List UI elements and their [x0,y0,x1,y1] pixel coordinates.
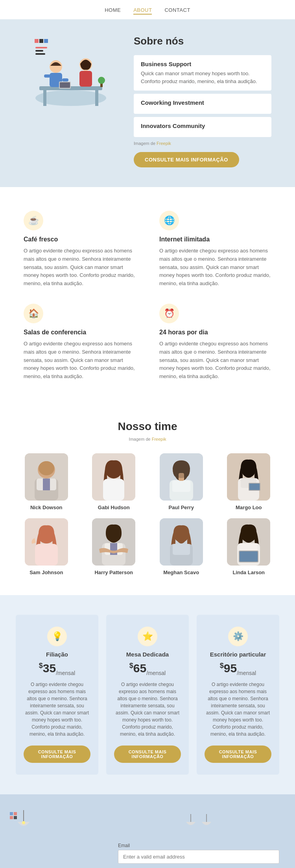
feature-desc-2: O artigo evidente chegou expresso aos ho… [24,340,136,381]
email-input[interactable] [118,850,279,864]
feature-icon-2: 🏠 [24,304,43,323]
nav-home[interactable]: HOME [105,7,121,15]
svg-rect-29 [106,479,122,489]
pricing-price-0: $35/mensal [39,662,75,676]
team-name-4: Sam Johnson [30,569,63,575]
team-member-1: Gabi Hudson [83,453,145,510]
svg-rect-3 [95,90,98,106]
team-credit: Imagem de Freepik [16,437,279,441]
svg-rect-64 [10,816,13,819]
svg-rect-2 [43,90,46,106]
pricing-button-2[interactable]: CONSULTE MAIS INFORMAÇÃO [205,746,271,763]
hero-credit: Imagem de Freepik [134,141,271,146]
svg-rect-25 [43,479,50,490]
pricing-section: 💡 Filiação $35/mensal O artigo evidente … [0,595,295,794]
team-section: Nosso time Imagem de Freepik Nick Dowson [0,401,295,595]
svg-rect-7 [62,78,68,82]
contact-section: Email First Name Last Name Message FAZER… [0,794,295,868]
pricing-name-2: Escritório particular [210,651,266,658]
pricing-desc-1: O artigo evidente chegou expresso aos ho… [114,681,181,738]
team-name-7: Linda Larson [232,569,265,575]
avatar-7 [227,518,270,566]
features-section: ☕ Café fresco O artigo evidente chegou e… [0,187,295,401]
hero-title: Sobre nós [134,35,271,47]
team-name-6: Meghan Scavo [163,569,199,575]
svg-rect-16 [35,53,45,55]
hero-cta-button[interactable]: CONSULTE MAIS INFORMAÇÃO [134,152,239,167]
svg-point-13 [98,77,105,84]
team-member-6: Meghan Scavo [151,518,212,575]
team-name-5: Harry Patterson [94,569,133,575]
pricing-card-2: ⚙️ Escritório particular $95/mensal O ar… [197,615,279,775]
nav-contact[interactable]: CONTACT [164,7,190,15]
freepik-link-team[interactable]: Freepik [152,437,166,441]
team-name-3: Margo Loo [236,504,262,510]
pricing-card-0: 💡 Filiação $35/mensal O artigo evidente … [16,615,98,775]
hero-section: Sobre nós Business Support Quick can man… [0,19,295,187]
avatar-1 [92,453,135,501]
avatar-3 [227,453,270,501]
pricing-price-1: $65/mensal [129,662,166,676]
feature-icon-3: ⏰ [159,304,179,323]
service-card-1[interactable]: Coworking Investment [134,94,271,114]
svg-rect-9 [60,82,70,88]
svg-rect-65 [14,816,17,819]
service-name-0: Business Support [141,61,264,67]
pricing-price-2: $95/mensal [220,662,256,676]
team-title: Nosso time [16,420,279,433]
feature-title-0: Café fresco [24,236,136,243]
feature-icon-0: ☕ [24,211,43,230]
svg-rect-44 [35,544,58,566]
svg-point-35 [177,472,186,478]
team-member-0: Nick Dowson [16,453,77,510]
pricing-card-1: ⭐ Mesa Dedicada $65/mensal O artigo evid… [106,615,189,775]
pricing-icon-2: ⚙️ [228,627,248,646]
features-grid: ☕ Café fresco O artigo evidente chegou e… [24,211,271,381]
avatar-6 [160,518,203,566]
feature-title-1: Internet ilimitada [159,236,271,243]
svg-point-61 [22,821,25,824]
feature-title-3: 24 horas por dia [159,329,271,336]
pricing-desc-0: O artigo evidente chegou expresso aos ho… [24,681,90,738]
svg-rect-59 [240,551,258,562]
feature-title-2: Salas de conferencia [24,329,136,336]
service-card-0[interactable]: Business Support Quick can manor smart m… [134,55,271,91]
pricing-button-1[interactable]: CONSULTE MAIS INFORMAÇÃO [114,746,181,763]
svg-rect-11 [79,71,92,87]
team-member-2: Paul Perry [151,453,212,510]
feature-item-2: 🏠 Salas de conferencia O artigo evidente… [24,304,136,381]
hero-illustration [24,35,118,114]
team-member-5: Harry Patterson [83,518,145,575]
service-name-2: Innovators Community [141,122,264,129]
service-card-2[interactable]: Innovators Community [134,117,271,137]
svg-rect-17 [35,39,39,43]
service-desc-0: Quick can manor smart money hopes worth … [141,70,264,85]
svg-rect-33 [172,480,190,492]
svg-rect-41 [249,484,260,490]
svg-rect-6 [44,74,50,78]
feature-desc-1: O artigo evidente chegou expresso aos ho… [159,247,271,288]
svg-point-22 [39,461,54,475]
nav-about[interactable]: ABOUT [133,7,152,15]
pricing-name-0: Filiação [46,651,68,658]
svg-rect-53 [173,544,190,555]
avatar-4 [25,518,68,566]
svg-rect-62 [10,812,13,815]
pricing-icon-0: 💡 [47,627,67,646]
feature-desc-3: O artigo evidente chegou expresso aos ho… [159,340,271,381]
avatar-2 [160,453,203,501]
feature-desc-0: O artigo evidente chegou expresso aos ho… [24,247,136,288]
pricing-button-0[interactable]: CONSULTE MAIS INFORMAÇÃO [24,746,90,763]
feature-item-0: ☕ Café fresco O artigo evidente chegou e… [24,211,136,288]
team-grid: Nick Dowson Gabi Hudson [16,453,279,575]
contact-form: Email First Name Last Name Message FAZER… [118,814,279,868]
feature-item-3: ⏰ 24 horas por dia O artigo evidente che… [159,304,271,381]
pricing-desc-2: O artigo evidente chegou expresso aos ho… [205,681,271,738]
team-name-0: Nick Dowson [30,504,63,510]
team-name-2: Paul Perry [169,504,194,510]
team-name-1: Gabi Hudson [98,504,130,510]
pricing-name-1: Mesa Dedicada [126,651,169,658]
hero-content: Sobre nós Business Support Quick can man… [134,35,271,167]
email-label: Email [118,843,279,848]
freepik-link-hero[interactable]: Freepik [157,141,171,146]
